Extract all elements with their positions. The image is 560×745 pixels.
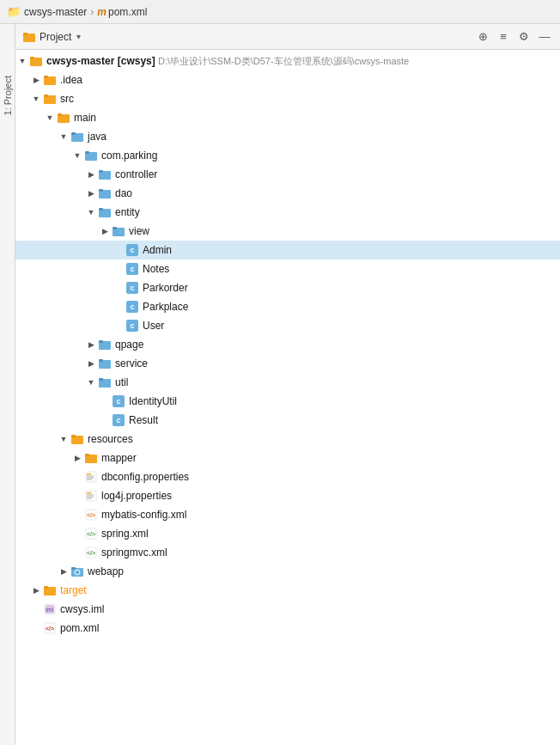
tree-item-view[interactable]: ▶view xyxy=(15,222,560,241)
tree-icon-folder-blue xyxy=(98,357,112,370)
tree-label: cwsys-master [cwsys] D:\毕业设计\SSM-D类\D57-… xyxy=(46,55,409,68)
panel-chevron-icon[interactable]: ▾ xyxy=(76,32,81,41)
tree-label: Parkplace xyxy=(143,301,188,313)
tree-icon-xml-red: </> xyxy=(43,621,57,635)
tree-label: controller xyxy=(115,168,157,180)
tree-item-dao[interactable]: ▶dao xyxy=(15,184,560,203)
tree-label: dao xyxy=(115,187,132,199)
tree-label: User xyxy=(143,320,164,332)
tree-arrow[interactable]: ▶ xyxy=(84,357,98,370)
tree-icon-class: c xyxy=(125,300,139,314)
tree-item-spring.xml[interactable]: </>spring.xml xyxy=(15,524,560,543)
tree-label: view xyxy=(129,225,149,237)
tree-icon-folder-project xyxy=(29,54,43,68)
svg-rect-2 xyxy=(23,33,27,35)
tree-arrow[interactable]: ▼ xyxy=(57,130,70,144)
svg-rect-40 xyxy=(87,495,94,496)
tree-item-mapper[interactable]: ▶mapper xyxy=(15,449,560,467)
tree-item-com.parking[interactable]: ▼com.parking xyxy=(15,146,560,165)
tree-item-Result[interactable]: cResult xyxy=(15,411,560,430)
tree-arrow[interactable]: ▶ xyxy=(29,583,43,597)
tree-icon-properties xyxy=(84,489,98,503)
svg-rect-16 xyxy=(99,170,103,173)
tree-item-main[interactable]: ▼main xyxy=(15,108,560,127)
side-tab-project[interactable]: 1: Project xyxy=(0,24,15,745)
tree-item-webapp[interactable]: ▶webapp xyxy=(15,562,560,581)
tree-arrow[interactable]: ▼ xyxy=(84,205,98,219)
tree-item-resources[interactable]: ▼resources xyxy=(15,430,560,449)
svg-text:</>: </> xyxy=(87,550,95,556)
tree-arrow[interactable]: ▶ xyxy=(98,224,112,238)
tree-arrow[interactable]: ▼ xyxy=(57,432,70,446)
tree-arrow[interactable]: ▼ xyxy=(15,54,29,68)
tree-arrow[interactable]: ▶ xyxy=(84,338,98,351)
tree-icon-class: c xyxy=(125,281,139,295)
tree-label: target xyxy=(60,584,87,596)
svg-rect-4 xyxy=(30,57,34,59)
tree-item-springmvc.xml[interactable]: </>springmvc.xml xyxy=(15,543,560,562)
tree-arrow[interactable]: ▶ xyxy=(84,168,98,181)
tree-icon-folder-blue xyxy=(98,186,112,200)
tree-icon-folder-blue xyxy=(70,130,84,144)
tree-label: .idea xyxy=(60,74,82,86)
tree-icon-class: c xyxy=(112,413,125,427)
tree-label: resources xyxy=(88,433,133,445)
tree-label: dbconfig.properties xyxy=(101,471,189,483)
svg-rect-35 xyxy=(87,476,94,477)
tree-item-java[interactable]: ▼java xyxy=(15,127,560,146)
tree-item-src[interactable]: ▼src xyxy=(15,89,560,108)
tree-item-qpage[interactable]: ▶qpage xyxy=(15,335,560,354)
tree-icon-xml-orange: </> xyxy=(84,508,98,522)
file-tree[interactable]: ▼cwsys-master [cwsys] D:\毕业设计\SSM-D类\D57… xyxy=(15,50,560,745)
tree-label: Admin xyxy=(143,244,172,256)
tree-item-idea[interactable]: ▶.idea xyxy=(15,70,560,89)
svg-rect-6 xyxy=(44,76,48,78)
tree-item-Notes[interactable]: cNotes xyxy=(15,260,560,278)
globe-button[interactable]: ⊕ xyxy=(474,28,491,46)
tree-label: mybatis-config.xml xyxy=(101,509,186,521)
tree-arrow[interactable]: ▶ xyxy=(57,565,70,578)
tree-item-Parkplace[interactable]: cParkplace xyxy=(15,297,560,316)
tree-item-cwsys.iml[interactable]: imlcwsys.iml xyxy=(15,600,560,619)
svg-rect-53 xyxy=(44,586,48,589)
tree-item-IdentityUtil[interactable]: cIdentityUtil xyxy=(15,392,560,411)
tree-item-Parkorder[interactable]: cParkorder xyxy=(15,278,560,297)
tree-item-entity[interactable]: ▼entity xyxy=(15,203,560,222)
settings-button[interactable]: ⚙ xyxy=(515,28,533,46)
tree-arrow[interactable]: ▼ xyxy=(70,149,84,162)
tree-icon-folder-blue xyxy=(112,224,125,238)
tree-item-controller[interactable]: ▶controller xyxy=(15,165,560,184)
tree-item-Admin[interactable]: cAdmin xyxy=(15,241,560,260)
tree-icon-folder-blue xyxy=(84,149,98,162)
tree-item-dbconfig.properties[interactable]: dbconfig.properties xyxy=(15,467,560,486)
tree-arrow[interactable]: ▼ xyxy=(84,376,98,389)
tree-item-service[interactable]: ▶service xyxy=(15,354,560,373)
tree-item-User[interactable]: cUser xyxy=(15,316,560,335)
tree-item-root[interactable]: ▼cwsys-master [cwsys] D:\毕业设计\SSM-D类\D57… xyxy=(15,52,560,70)
tree-icon-folder xyxy=(84,451,98,465)
svg-rect-12 xyxy=(71,132,76,135)
panel-title: Project xyxy=(40,31,71,43)
tree-item-target[interactable]: ▶target xyxy=(15,581,560,600)
tree-arrow[interactable]: ▼ xyxy=(43,111,57,125)
tree-item-pom.xml[interactable]: </>pom.xml xyxy=(15,619,560,638)
lines-button[interactable]: ≡ xyxy=(495,28,512,46)
tree-icon-folder-blue xyxy=(98,376,112,389)
tree-arrow[interactable]: ▼ xyxy=(29,92,43,106)
tree-item-log4j.properties[interactable]: log4j.properties xyxy=(15,486,560,505)
tree-arrow[interactable]: ▶ xyxy=(29,73,43,87)
tree-label: src xyxy=(60,93,74,105)
tree-label: com.parking xyxy=(101,150,157,162)
minimize-button[interactable]: — xyxy=(536,28,553,46)
tree-arrow[interactable]: ▶ xyxy=(84,186,98,200)
tree-label: Notes xyxy=(143,263,169,275)
tree-item-util[interactable]: ▼util xyxy=(15,373,560,392)
tree-icon-class: c xyxy=(125,319,139,333)
tree-icon-class: c xyxy=(112,394,125,408)
project-panel: Project ▾ ⊕ ≡ ⚙ — ▼cwsys-master [cwsys] … xyxy=(15,24,560,745)
tree-label: Parkorder xyxy=(143,282,188,294)
tree-item-mybatis-config.xml[interactable]: </>mybatis-config.xml xyxy=(15,505,560,524)
tree-label: entity xyxy=(115,206,140,218)
tree-label: java xyxy=(88,131,107,143)
tree-arrow[interactable]: ▶ xyxy=(70,451,84,465)
